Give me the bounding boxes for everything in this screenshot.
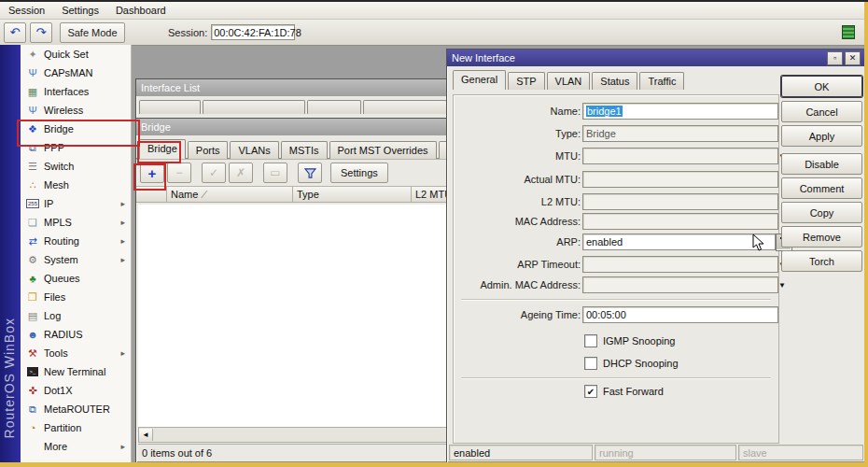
sidebar-item-routing[interactable]: ⇄Routing▸ — [21, 232, 131, 250]
hidden-tab-stub[interactable] — [203, 100, 305, 114]
interface-list-title: Interface List — [141, 82, 200, 93]
dhcp-snooping-row: DHCP Snooping — [584, 357, 679, 370]
routing-icon: ⇄ — [25, 235, 40, 248]
partition-icon: ◔ — [25, 422, 40, 433]
tab-traffic[interactable]: Traffic — [639, 72, 684, 90]
sidebar-item-radius[interactable]: ☻RADIUS — [21, 325, 131, 344]
filter-button[interactable] — [298, 163, 322, 183]
copy-button[interactable]: Copy — [781, 202, 862, 223]
sidebar-item-mpls[interactable]: ❏MPLS▸ — [21, 213, 131, 232]
tab-vlans[interactable]: VLANs — [230, 141, 278, 159]
quick-set-icon: ✦ — [25, 49, 40, 61]
sidebar-item-interfaces[interactable]: ▦Interfaces — [21, 82, 131, 101]
sidebar-item-ppp[interactable]: ⧉PPP — [21, 138, 131, 157]
disable-button[interactable]: Disable — [781, 153, 862, 175]
torch-button[interactable]: Torch — [781, 250, 862, 272]
mtu-input[interactable] — [582, 148, 778, 164]
admin-mac-dropdown-icon[interactable]: ▼ — [778, 281, 786, 290]
remove-item-button[interactable]: − — [167, 163, 191, 183]
sidebar-item-partition[interactable]: ◔Partition — [21, 418, 131, 437]
sidebar-item-quick-set[interactable]: ✦Quick Set — [21, 45, 131, 64]
dialog-title: New Interface — [452, 52, 515, 64]
sidebar-item-new-terminal[interactable]: >_New Terminal — [21, 362, 131, 381]
type-label: Type: — [555, 128, 581, 139]
comment-button[interactable]: Comment — [781, 177, 862, 199]
sidebar-item-metarouter[interactable]: ⧉MetaROUTER — [21, 400, 131, 418]
sidebar-item-queues[interactable]: ♣Queues — [21, 269, 131, 288]
safe-mode-button[interactable]: Safe Mode — [60, 22, 125, 43]
close-icon[interactable]: ✕ — [845, 51, 861, 65]
flag-column-header[interactable] — [136, 187, 167, 203]
menu-dashboard[interactable]: Dashboard — [107, 4, 175, 17]
tab-ports[interactable]: Ports — [188, 141, 229, 159]
menu-session[interactable]: Session — [0, 4, 53, 17]
restore-icon[interactable]: ▫ — [827, 51, 843, 65]
sidebar-label: MPLS — [44, 217, 72, 228]
admin-mac-input[interactable] — [582, 276, 778, 293]
hidden-tab-stub[interactable] — [307, 100, 361, 114]
sidebar-item-system[interactable]: ⚙System▸ — [21, 250, 131, 269]
arp-select[interactable]: enabled — [582, 234, 776, 250]
comment-item-button[interactable]: ▭ — [263, 163, 287, 183]
sidebar-item-files[interactable]: ❒Files — [21, 288, 131, 306]
settings-button[interactable]: Settings — [330, 163, 388, 183]
add-button[interactable]: + — [140, 163, 164, 183]
sidebar-item-log[interactable]: ▤Log — [21, 306, 131, 325]
sidebar-item-tools[interactable]: ⚒Tools▸ — [21, 344, 131, 362]
tab-port-mst-overrides[interactable]: Port MST Overrides — [329, 141, 437, 159]
sidebar-item-bridge[interactable]: ❖Bridge — [21, 120, 131, 138]
items-count-text: 0 items out of 6 — [142, 447, 212, 459]
arp-timeout-input[interactable] — [582, 256, 778, 273]
igmp-snooping-checkbox[interactable] — [584, 334, 597, 347]
sidebar-item-mesh[interactable]: ∴Mesh — [21, 176, 131, 194]
mac-address-label: MAC Address: — [515, 216, 581, 227]
name-column-header[interactable]: Name⁄ — [167, 187, 293, 203]
actual-mtu-field — [582, 171, 778, 188]
tab-bridge[interactable]: Bridge — [139, 139, 186, 159]
remove-button[interactable]: Remove — [781, 226, 862, 248]
cancel-button[interactable]: Cancel — [781, 101, 862, 122]
sidebar-item-more[interactable]: More▸ — [21, 437, 131, 456]
sidebar-item-switch[interactable]: ☰Switch — [21, 157, 131, 176]
column-label: Name — [171, 189, 198, 200]
submenu-arrow-icon: ▸ — [120, 199, 125, 208]
sidebar-label: PPP — [44, 142, 64, 153]
scroll-left-icon[interactable]: ◄ — [139, 429, 153, 441]
dialog-status-bar: enabled running slave — [449, 445, 863, 460]
tab-mstis[interactable]: MSTIs — [281, 141, 328, 159]
status-running: running — [595, 445, 736, 460]
name-input[interactable]: bridge1 — [582, 103, 778, 120]
minus-icon: − — [175, 166, 182, 179]
menu-settings[interactable]: Settings — [53, 4, 107, 17]
tab-general[interactable]: General — [453, 70, 506, 90]
mpls-icon: ❏ — [25, 217, 40, 229]
name-row: Name: bridge1 — [454, 103, 778, 120]
ok-button[interactable]: OK — [781, 76, 862, 97]
tab-stp[interactable]: STP — [508, 72, 544, 90]
checkmark-icon: ✔ — [587, 387, 595, 397]
dialog-titlebar[interactable]: New Interface ▫ ✕ — [447, 50, 865, 66]
l2-mtu-label: L2 MTU: — [541, 196, 581, 207]
switch-icon: ☰ — [25, 161, 40, 173]
tab-vlan[interactable]: VLAN — [547, 72, 591, 90]
fast-forward-checkbox[interactable]: ✔ — [584, 385, 597, 398]
hidden-tab-stub[interactable] — [363, 100, 447, 114]
sidebar-label: Mesh — [44, 179, 69, 191]
type-column-header[interactable]: Type — [293, 187, 412, 203]
mac-address-field — [582, 213, 778, 230]
redo-button[interactable]: ↷ — [30, 22, 52, 43]
enable-button[interactable]: ✓ — [202, 163, 226, 183]
tab-status[interactable]: Status — [592, 72, 637, 90]
disable-item-button[interactable]: ✗ — [229, 163, 253, 183]
undo-button[interactable]: ↶ — [4, 22, 26, 43]
hidden-tab-stub[interactable] — [139, 100, 201, 114]
sidebar-item-ip[interactable]: 255IP▸ — [21, 194, 131, 213]
ageing-time-input[interactable]: 00:05:00 — [582, 306, 778, 323]
apply-button[interactable]: Apply — [781, 125, 862, 147]
session-id-field[interactable]: 00:0C:42:FA:1D:78 — [211, 24, 295, 40]
dhcp-snooping-checkbox[interactable] — [584, 357, 597, 370]
sidebar-item-dot1x[interactable]: ✜Dot1X — [21, 381, 131, 400]
capsman-icon: Ψ — [25, 67, 40, 78]
sidebar-item-wireless[interactable]: ΨWireless — [21, 101, 131, 120]
sidebar-item-capsman[interactable]: ΨCAPsMAN — [21, 64, 131, 82]
